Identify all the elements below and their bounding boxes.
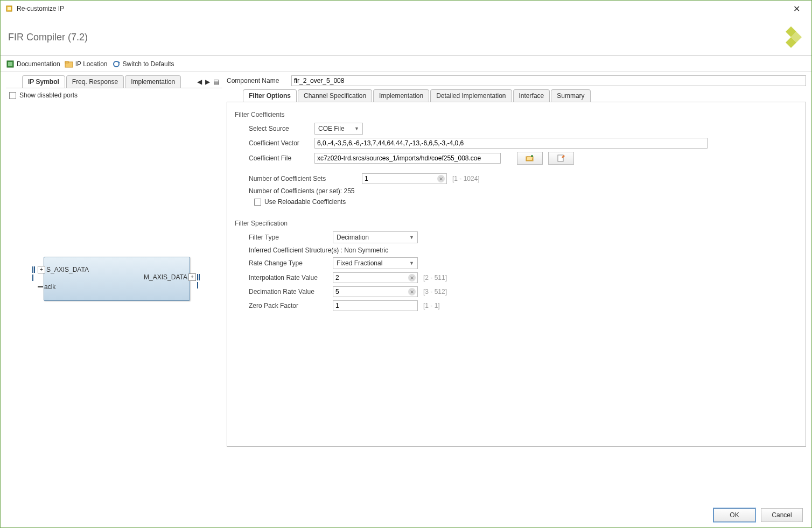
coeff-file-label: Coefficient File — [249, 154, 309, 162]
tab-detailed-implementation[interactable]: Detailed Implementation — [430, 89, 512, 102]
decim-label: Decimation Rate Value — [249, 288, 327, 295]
page-title: FIR Compiler (7.2) — [8, 32, 88, 43]
interp-label: Interpolation Rate Value — [249, 274, 327, 281]
reloadable-label: Use Reloadable Coefficients — [264, 198, 346, 206]
tab-channel-spec[interactable]: Channel Specification — [298, 89, 372, 102]
svg-point-9 — [114, 61, 119, 67]
interp-hint: [2 - 511] — [423, 274, 447, 281]
tab-implementation[interactable]: Implementation — [373, 89, 429, 102]
tab-freq-response[interactable]: Freq. Response — [66, 75, 124, 88]
svg-rect-14 — [558, 155, 563, 161]
titlebar: Re-customize IP ✕ — [1, 1, 811, 17]
ip-block[interactable]: + S_AXIS_DATA aclk M_AXIS_DATA + — [44, 257, 190, 301]
port-aclk-label: aclk — [44, 283, 55, 291]
right-pane: Component Name Filter Options Channel Sp… — [225, 72, 811, 503]
documentation-label: Documentation — [17, 60, 60, 68]
rate-change-value: Fixed Fractional — [337, 259, 382, 267]
svg-marker-12 — [526, 157, 533, 160]
left-pane: IP Symbol Freq. Response Implementation … — [1, 72, 225, 503]
switch-defaults-link[interactable]: Switch to Defaults — [112, 60, 174, 68]
documentation-link[interactable]: Documentation — [6, 60, 60, 68]
switch-defaults-label: Switch to Defaults — [123, 60, 174, 68]
svg-rect-1 — [8, 7, 11, 10]
num-per-set-label: Number of Coefficients (per set): 255 — [249, 187, 355, 195]
coeff-vector-input[interactable] — [314, 138, 708, 149]
component-name-row: Component Name — [227, 75, 806, 86]
filter-type-value: Decimation — [337, 234, 369, 241]
interp-input[interactable] — [333, 272, 418, 283]
port-m-axis-data[interactable]: M_AXIS_DATA + — [144, 273, 201, 281]
port-s-axis-data[interactable]: + S_AXIS_DATA — [32, 266, 89, 273]
left-body: Show disabled ports + S_AXIS_DATA aclk — [6, 88, 222, 501]
zero-hint: [1 - 1] — [423, 302, 440, 309]
component-name-input[interactable] — [291, 75, 806, 86]
cancel-label: Cancel — [772, 511, 792, 519]
close-button[interactable]: ✕ — [786, 4, 807, 14]
main: IP Symbol Freq. Response Implementation … — [1, 72, 811, 503]
left-tabs: IP Symbol Freq. Response Implementation … — [6, 75, 222, 88]
book-icon — [6, 60, 15, 68]
show-disabled-ports-label: Show disabled ports — [19, 91, 78, 99]
num-sets-label: Number of Coefficient Sets — [249, 175, 356, 182]
component-name-label: Component Name — [227, 77, 287, 85]
filter-spec-title: Filter Specification — [235, 220, 798, 227]
select-source-value: COE File — [318, 125, 345, 132]
zero-label: Zero Pack Factor — [249, 302, 327, 309]
show-disabled-ports-checkbox[interactable]: Show disabled ports — [9, 91, 78, 99]
folder-open-icon — [526, 154, 534, 163]
filter-type-label: Filter Type — [249, 234, 327, 241]
edit-file-button[interactable] — [548, 152, 574, 165]
reloadable-checkbox[interactable]: Use Reloadable Coefficients — [254, 198, 346, 206]
clear-icon[interactable]: ✕ — [437, 175, 445, 182]
ip-location-link[interactable]: IP Location — [65, 60, 108, 68]
svg-rect-8 — [65, 61, 68, 63]
tab-list-icon[interactable]: ▤ — [213, 78, 219, 86]
clear-icon[interactable]: ✕ — [408, 274, 416, 281]
plus-icon: + — [38, 266, 45, 273]
cancel-button[interactable]: Cancel — [761, 508, 803, 522]
edit-icon — [557, 154, 565, 163]
rate-change-label: Rate Change Type — [249, 259, 327, 267]
right-tabs: Filter Options Channel Specification Imp… — [227, 89, 806, 102]
window-title: Re-customize IP — [17, 5, 64, 12]
tab-filter-options[interactable]: Filter Options — [243, 89, 297, 102]
filter-type-dropdown[interactable]: Decimation — [333, 231, 418, 243]
decim-input[interactable] — [333, 286, 418, 297]
window: Re-customize IP ✕ FIR Compiler (7.2) Doc… — [0, 0, 812, 528]
num-sets-input[interactable] — [362, 173, 447, 184]
xilinx-logo-icon — [778, 24, 804, 50]
tab-ip-symbol[interactable]: IP Symbol — [22, 75, 65, 88]
browse-file-button[interactable] — [517, 152, 543, 165]
select-source-label: Select Source — [249, 125, 309, 132]
filter-coefficients-title: Filter Coefficients — [235, 111, 798, 118]
toolbar: Documentation IP Location Switch to Defa… — [1, 56, 811, 72]
port-m-axis-label: M_AXIS_DATA — [144, 273, 187, 281]
checkbox-icon — [254, 199, 261, 206]
checkbox-icon — [9, 92, 16, 99]
tab-interface[interactable]: Interface — [513, 89, 550, 102]
port-aclk[interactable]: aclk — [38, 283, 55, 291]
port-s-axis-label: S_AXIS_DATA — [46, 266, 89, 273]
inferred-structure-label: Inferred Coefficient Structure(s) : Non … — [249, 247, 388, 254]
tab-next-icon[interactable]: ▶ — [205, 78, 210, 86]
rate-change-dropdown[interactable]: Fixed Fractional — [333, 257, 418, 269]
select-source-dropdown[interactable]: COE File — [314, 123, 363, 135]
footer: OK Cancel — [1, 503, 811, 527]
decim-hint: [3 - 512] — [423, 288, 447, 295]
svg-point-13 — [531, 155, 533, 157]
chip-icon — [5, 4, 13, 13]
tab-summary[interactable]: Summary — [551, 89, 590, 102]
zero-input[interactable] — [333, 300, 418, 311]
refresh-icon — [112, 60, 121, 68]
ip-symbol-canvas: + S_AXIS_DATA aclk M_AXIS_DATA + — [9, 101, 219, 429]
svg-rect-6 — [8, 62, 12, 66]
coeff-file-input[interactable] — [314, 153, 501, 164]
ok-button[interactable]: OK — [713, 508, 755, 522]
plus-icon: + — [188, 273, 196, 281]
clear-icon[interactable]: ✕ — [408, 288, 416, 295]
tab-prev-icon[interactable]: ◀ — [197, 78, 202, 86]
filter-options-panel: Filter Coefficients Select Source COE Fi… — [227, 102, 806, 447]
tab-left-implementation[interactable]: Implementation — [125, 75, 181, 88]
num-sets-hint: [1 - 1024] — [452, 175, 480, 182]
coeff-vector-label: Coefficient Vector — [249, 139, 309, 147]
